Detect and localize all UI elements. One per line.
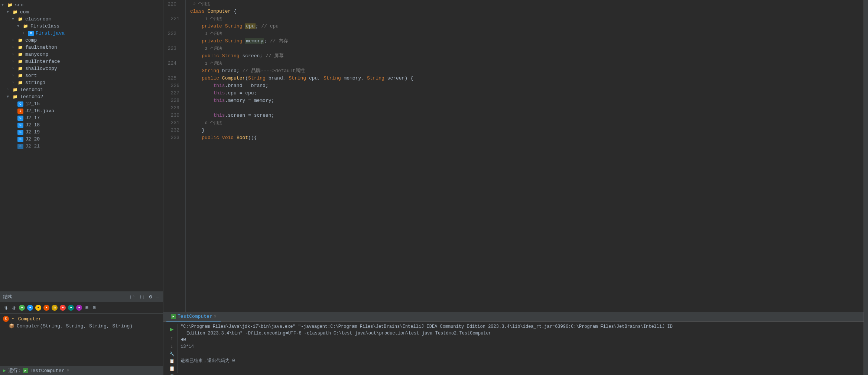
kw-this-1: this [213,83,225,88]
sort-icon-2[interactable]: ⇵ [11,304,17,312]
code-scroll[interactable]: 220 221 222 223 224 225 [163,0,864,312]
struct-icon-computer: C [3,316,9,322]
tree-item-firstclass[interactable]: ▼ 📁 Firstclass [0,23,163,30]
label-shallowcopy: shallowcopy [25,66,57,71]
struct-item-constructor[interactable]: 📦 Computer(String, String, String, Strin… [0,323,163,330]
struct-item-computer[interactable]: C ⚬ Computer [0,315,163,323]
comment-screen: // 屏幕 [266,52,284,59]
folder-icon-manycomp: 📁 [17,52,24,57]
icon-green: ● [19,305,25,311]
close-panel-button[interactable]: — [155,294,160,300]
run-icon: ▶ [3,368,6,374]
tree-item-mulinterface[interactable]: › 📁 mulInterface [0,58,163,65]
scroll-up-button[interactable]: ↑ [170,335,173,341]
tree-item-j2-15[interactable]: › C j2_15 [0,100,163,107]
arrow-first-java: › [22,31,27,35]
icon-orange: ● [43,305,49,311]
code-233: public void Boot (){ [190,134,864,141]
tree-item-j2-21[interactable]: › C J2_21 [0,143,163,150]
filter-btn-1[interactable]: ⊞ [84,304,90,311]
comment-memory: // 内存 [270,38,288,44]
run-tab-close[interactable]: × [66,368,69,374]
label-comp: comp [25,38,37,43]
folder-icon-mulinterface: 📁 [17,59,24,64]
scroll-down-button[interactable]: ↓ [170,343,173,349]
arrow-j2-21: › [12,144,17,148]
terminal-text: "C:\Program Files\Java\jdk-17\bin\java.e… [181,324,861,373]
tree-item-sort[interactable]: › 📁 sort [0,72,163,79]
ln-228: 228 [163,97,182,104]
structure-header: 结构 ↓↑ ↑↓ ⚙ — [0,292,163,302]
tree-item-first-java[interactable]: › C First.java [0,30,163,37]
terminal-content: ▶ ↑ ↓ 🔧 📋 📋 📋 "C:\Program Files\Java\jdk… [163,322,864,375]
ln-222a: 222 [163,22,182,37]
ln-233: 233▼ [163,134,182,141]
tree-item-testdmo2[interactable]: ▼ 📁 Testdmo2 [0,93,163,100]
label-j2-17: J2_17 [25,115,40,121]
sort-desc-button[interactable]: ↑↓ [138,294,146,300]
folder-icon-testdmo2: 📁 [12,94,19,100]
ln-227: 227 [163,89,182,97]
arrow-firstclass: ▼ [17,24,22,28]
label-firstclass: Firstclass [30,23,59,29]
java-icon-first: C [27,31,34,36]
arrow-j2-20: › [12,137,17,141]
kw-public-3: public [202,135,219,140]
tree-item-j2-16[interactable]: › J J2_16.java [0,107,163,114]
hint-224: 2 个用法 [205,46,222,51]
kw-void: void [222,135,234,140]
tree-item-shallowcopy[interactable]: › 📁 shallowcopy [0,65,163,72]
tree-item-faultmethon[interactable]: › 📁 faultmethon [0,44,163,51]
run-label: 运行: [8,367,21,374]
kw-this-2: this [213,90,225,96]
terminal: ▶ TestComputer × ▶ ↑ ↓ 🔧 📋 📋 📋 [163,312,864,375]
tree-item-comp[interactable]: › 📁 comp [0,37,163,44]
tree-item-j2-19[interactable]: › C J2_19 [0,129,163,136]
label-first-java: First.java [36,30,65,36]
tree-item-j2-18[interactable]: › C J2_18 [0,122,163,129]
filter-button[interactable]: 📋 [169,359,175,363]
sort-asc-button[interactable]: ↓↑ [128,294,137,300]
label-sort: sort [25,73,37,78]
tree-item-string1[interactable]: › 📁 string1 [0,79,163,86]
terminal-tab-close[interactable]: × [214,314,217,319]
ln-220: 220 [163,0,182,15]
tree-item-j2-17[interactable]: › C J2_17 [0,114,163,122]
run-tab-icon: ▶ [171,314,176,319]
ln-223a: 223 [163,37,182,52]
arrow-comp: › [12,38,17,42]
java-icon-j2-20: C [17,137,24,142]
fn-computer: Computer [222,75,245,81]
tree-item-manycomp[interactable]: › 📁 manycomp [0,51,163,58]
scrollbar[interactable] [864,0,868,375]
tree-item-com[interactable]: ▼ 📁 com [0,9,163,16]
icon-red: ● [60,305,66,311]
tree-item-testdmo1[interactable]: › 📁 Testdmo1 [0,86,163,93]
struct-label-computer: ⚬ Computer [11,316,41,322]
run-again-button[interactable]: ▶ [170,326,174,333]
sort-icon-1[interactable]: ⇅ [3,304,9,312]
kw-private-2: private [202,38,222,44]
label-faultmethon: faultmethon [25,45,57,50]
comment-brand: // 品牌---->default属性 [242,67,305,74]
code-hint-223: 1 个用法 [190,30,864,37]
filter-btn-2[interactable]: ⊟ [92,304,97,311]
tree-item-j2-20[interactable]: › C J2_20 [0,136,163,143]
arrow-testdmo1: › [7,88,12,92]
close-button[interactable]: 📋 [169,366,175,372]
java-icon-j2-17: C [17,116,24,121]
structure-toolbar: ↓↑ ↑↓ ⚙ — [128,293,160,300]
cmd-text-1: "C:\Program Files\Java\jdk-17\bin\java.e… [181,324,673,329]
stop-button[interactable]: 🔧 [169,352,175,356]
structure-title: 结构 [3,294,128,300]
settings-button[interactable]: ⚙ [148,293,153,300]
terminal-tab-run[interactable]: ▶ TestComputer × [166,312,221,321]
run-icon-box: ▶ [23,368,28,373]
tree-item-src[interactable]: ▼ 📁 src [0,1,163,9]
tree-item-classroom[interactable]: ▼ 📁 classroom [0,16,163,23]
code-hint-224: 2 个用法 [190,45,864,52]
label-testdmo2: Testdmo2 [20,94,43,100]
icon-teal: ● [68,305,74,311]
kw-string-8: String [367,75,384,81]
code-hint-232: 0 个用法 [190,119,864,126]
